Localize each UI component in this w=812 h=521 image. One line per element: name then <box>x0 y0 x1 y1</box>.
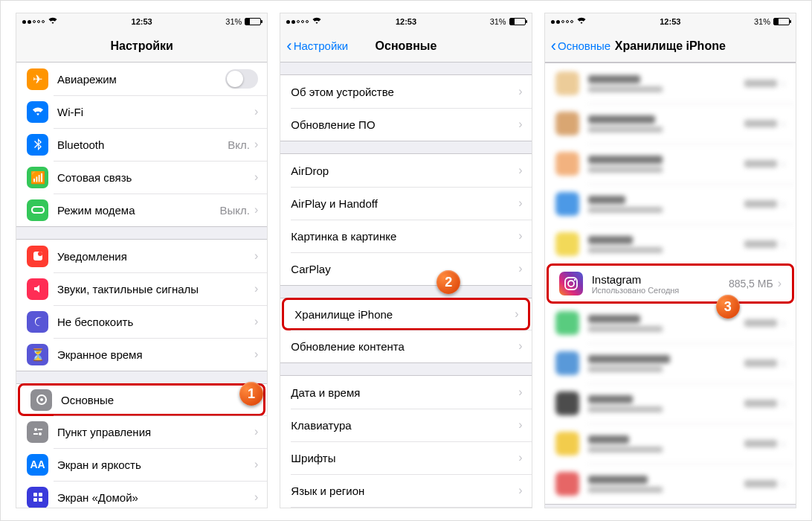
phone-storage: 12:53 31% ‹ Основные Хранилище iPhone › … <box>544 13 796 508</box>
app-row-blurred[interactable]: › <box>545 224 796 264</box>
row-label: Экран «Домой» <box>57 491 254 504</box>
svg-point-3 <box>40 398 43 401</box>
row-airplay[interactable]: AirPlay и Handoff› <box>280 187 531 220</box>
row-dictionary[interactable]: Словарь› <box>280 507 531 508</box>
row-fonts[interactable]: Шрифты› <box>280 441 531 474</box>
row-label: Язык и регион <box>291 485 518 497</box>
chevron-right-icon: › <box>518 164 522 177</box>
app-row-blurred[interactable]: › <box>545 144 796 184</box>
svg-rect-10 <box>33 498 37 502</box>
row-screentime[interactable]: ⏳ Экранное время › <box>16 338 267 371</box>
row-label: Хранилище iPhone <box>294 308 515 321</box>
notifications-icon <box>27 246 48 267</box>
row-background-refresh[interactable]: Обновление контента› <box>280 330 531 362</box>
row-label: Экранное время <box>57 348 254 361</box>
row-airplane[interactable]: ✈ Авиарежим <box>16 63 267 95</box>
status-bar: 12:53 31% <box>545 13 796 30</box>
row-label: Обновление ПО <box>291 118 518 131</box>
row-carplay[interactable]: CarPlay› <box>280 252 531 285</box>
row-label: Пункт управления <box>57 426 254 438</box>
battery-percent: 31% <box>490 17 506 26</box>
row-pip[interactable]: Картинка в картинке› <box>280 220 531 252</box>
app-row-blurred[interactable]: › <box>545 184 796 224</box>
chevron-right-icon: › <box>518 451 522 464</box>
signal-dots-icon <box>286 20 309 24</box>
row-keyboard[interactable]: Клавиатура› <box>280 409 531 441</box>
home-grid-icon <box>27 487 48 508</box>
row-sounds[interactable]: Звуки, тактильные сигналы › <box>16 272 267 305</box>
row-update[interactable]: Обновление ПО› <box>280 108 531 141</box>
row-wifi[interactable]: Wi-Fi › <box>16 95 267 128</box>
status-time: 12:53 <box>322 17 489 26</box>
row-notifications[interactable]: Уведомления › <box>16 240 267 272</box>
row-home[interactable]: Экран «Домой» › <box>16 481 267 508</box>
app-row-blurred[interactable]: › <box>545 103 796 144</box>
svg-rect-8 <box>33 493 37 496</box>
chevron-right-icon: › <box>518 262 522 275</box>
row-storage[interactable]: Хранилище iPhone› <box>282 298 529 330</box>
svg-point-1 <box>38 252 42 256</box>
svg-point-16 <box>568 281 574 287</box>
row-datetime[interactable]: Дата и время› <box>280 376 531 409</box>
annotation-badge-3: 3 <box>716 295 740 319</box>
chevron-left-icon: ‹ <box>551 36 556 56</box>
wifi-icon <box>48 17 58 26</box>
app-subtitle: Использовано Сегодня <box>592 286 729 295</box>
cellular-icon: 📶 <box>27 167 48 188</box>
svg-rect-9 <box>39 493 42 496</box>
battery-percent: 31% <box>754 17 770 26</box>
row-value: Выкл. <box>220 204 250 217</box>
app-row-blurred[interactable]: › <box>545 383 796 423</box>
status-bar: 12:53 31% <box>280 13 531 30</box>
row-label: Не беспокоить <box>57 316 254 328</box>
chevron-right-icon: › <box>254 105 258 118</box>
chevron-right-icon: › <box>254 170 258 184</box>
svg-rect-7 <box>33 433 38 435</box>
chevron-right-icon: › <box>254 315 258 328</box>
back-button[interactable]: ‹ Основные <box>551 36 611 56</box>
row-label: Шрифты <box>291 452 518 464</box>
navbar: ‹ Основные Хранилище iPhone <box>545 30 796 63</box>
row-instagram[interactable]: Instagram Использовано Сегодня 885,5 МБ … <box>547 263 794 304</box>
hourglass-icon: ⏳ <box>27 344 48 365</box>
app-row-blurred[interactable]: › <box>545 343 796 383</box>
chevron-right-icon: › <box>254 458 258 471</box>
app-row-blurred[interactable]: › <box>545 464 796 504</box>
row-label: Сотовая связь <box>57 171 254 184</box>
row-language[interactable]: Язык и регион› <box>280 474 531 507</box>
navbar: ‹ Настройки Основные <box>280 30 531 63</box>
app-row-blurred[interactable]: › <box>545 303 796 343</box>
row-dnd[interactable]: Не беспокоить › <box>16 305 267 338</box>
chevron-right-icon: › <box>254 348 258 361</box>
status-time: 12:53 <box>587 17 754 26</box>
app-row-blurred[interactable]: › <box>545 423 796 464</box>
battery-icon <box>245 18 261 25</box>
row-airdrop[interactable]: AirDrop› <box>280 154 531 187</box>
app-row-blurred[interactable]: › <box>545 63 796 103</box>
row-label: CarPlay <box>291 263 518 275</box>
svg-rect-11 <box>39 498 42 502</box>
row-bluetooth[interactable]: Bluetooth Вкл. › <box>16 128 267 161</box>
row-control-center[interactable]: Пункт управления › <box>16 415 267 448</box>
row-label: Основные <box>61 394 251 406</box>
signal-dots-icon <box>22 20 45 24</box>
row-about[interactable]: Об этом устройстве› <box>280 75 531 108</box>
airplane-icon: ✈ <box>27 68 48 90</box>
chevron-right-icon: › <box>518 484 522 497</box>
back-button[interactable]: ‹ Настройки <box>286 36 348 56</box>
row-hotspot[interactable]: Режим модема Выкл. › <box>16 194 267 226</box>
chevron-right-icon: › <box>518 196 522 210</box>
wifi-icon <box>576 17 587 26</box>
row-cellular[interactable]: 📶 Сотовая связь › <box>16 161 267 194</box>
phone-settings-root: 12:53 31% Настройки ✈ Авиарежим Wi-Fi › <box>16 13 268 508</box>
row-general[interactable]: Основные › <box>18 383 265 416</box>
svg-point-17 <box>573 279 575 281</box>
airplane-toggle[interactable] <box>225 69 258 89</box>
chevron-right-icon: › <box>518 386 522 399</box>
signal-dots-icon <box>551 20 573 24</box>
back-label: Настройки <box>294 39 349 52</box>
chevron-right-icon: › <box>254 203 258 217</box>
moon-icon <box>27 311 48 333</box>
row-display[interactable]: AA Экран и яркость › <box>16 448 267 481</box>
hotspot-icon <box>27 199 48 221</box>
